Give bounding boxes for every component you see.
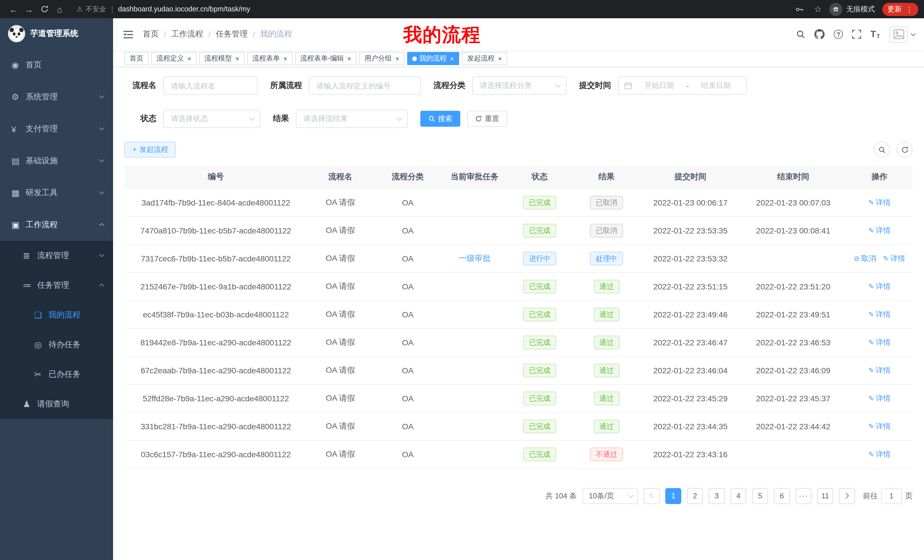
search-icon[interactable]	[796, 30, 805, 39]
filter-row-1: 流程名 所属流程 流程分类 请选择流程分类	[124, 76, 913, 95]
fullscreen-icon[interactable]	[852, 30, 861, 39]
detail-link[interactable]: ✎详情	[868, 449, 891, 459]
sidebar-item-system[interactable]: ⚙系统管理	[0, 81, 113, 113]
page-button[interactable]: 3	[709, 488, 725, 504]
tab-close-icon[interactable]: ×	[498, 55, 502, 62]
toggle-search-button[interactable]	[874, 142, 890, 157]
update-button[interactable]: 更新 ⋮	[882, 3, 918, 16]
goto-page-input[interactable]	[881, 488, 902, 504]
process-id-input[interactable]	[309, 76, 421, 95]
process-id-cell: 03c6c157-7b9a-11ec-a290-acde48001122	[124, 440, 307, 468]
tab-6[interactable]: 我的流程×	[407, 52, 459, 65]
edit-icon: ✎	[868, 310, 874, 318]
sidebar-toggle-icon[interactable]	[123, 30, 133, 39]
refresh-table-button[interactable]	[897, 142, 913, 157]
column-header: 流程分类	[374, 166, 442, 189]
page-button[interactable]: 4	[730, 488, 746, 504]
tab-3[interactable]: 流程表单×	[247, 52, 292, 65]
sidebar-item-home[interactable]: ◉首页	[0, 49, 113, 81]
tab-close-icon[interactable]: ×	[283, 55, 287, 62]
font-size-icon[interactable]: TT	[870, 29, 880, 39]
forward-button[interactable]: →	[21, 1, 36, 17]
breadcrumb-item[interactable]: 任务管理	[216, 29, 248, 39]
security-chip[interactable]: ⚠ 不安全	[76, 4, 106, 14]
action-label: 详情	[890, 253, 905, 264]
github-icon[interactable]	[814, 29, 825, 39]
process-name-input[interactable]	[164, 76, 258, 95]
result-cell: 通过	[572, 384, 641, 412]
tab-1[interactable]: 流程定义×	[152, 52, 196, 65]
sidebar-item-process-mgmt[interactable]: ≣流程管理	[0, 241, 113, 271]
detail-link[interactable]: ✎详情	[868, 281, 891, 291]
sidebar-item-leave-query[interactable]: ♟请假查询	[0, 389, 113, 419]
sidebar-item-my-process[interactable]: ❑我的流程	[0, 300, 113, 330]
sidebar-item-workflow[interactable]: ▣工作流程	[0, 209, 113, 241]
reset-button[interactable]: 重置	[467, 111, 507, 127]
page-button[interactable]: 11	[817, 488, 833, 504]
detail-link[interactable]: ✎详情	[868, 421, 891, 431]
sidebar-item-task-mgmt[interactable]: ≔任务管理	[0, 271, 113, 300]
current-task-link[interactable]: 一级审批	[459, 253, 490, 262]
cancel-link[interactable]: ⊘取消	[854, 253, 876, 264]
end-date-placeholder: 结束日期	[691, 81, 741, 91]
edit-icon: ✎	[868, 282, 874, 290]
submit-time-range-picker[interactable]: 开始日期 - 结束日期	[618, 76, 747, 95]
tab-close-icon[interactable]: ×	[188, 55, 191, 62]
tab-close-icon[interactable]: ×	[395, 55, 399, 62]
back-button[interactable]: ←	[6, 1, 21, 17]
result-select[interactable]: 请选择流结果	[296, 109, 408, 128]
status-select[interactable]: 请选择状态	[164, 109, 260, 128]
create-process-button[interactable]: + 发起流程	[124, 142, 176, 157]
next-page-button[interactable]	[839, 488, 855, 504]
home-button[interactable]: ⌂	[52, 1, 68, 17]
help-icon[interactable]: ?	[834, 30, 843, 39]
page-button[interactable]: 6	[774, 488, 790, 504]
chevron-up-icon	[99, 223, 104, 228]
breadcrumb-item[interactable]: 首页	[143, 29, 159, 39]
password-key-icon[interactable]	[791, 1, 807, 17]
sidebar-item-payment[interactable]: ¥支付管理	[0, 113, 113, 145]
tab-2[interactable]: 流程模型×	[199, 52, 244, 65]
submit-time-cell: 2022-01-22 23:49:46	[641, 300, 740, 328]
main-area: 首页/工作流程/任务管理/我的流程 ? TT	[113, 18, 924, 560]
category-select[interactable]: 请选择流程分类	[472, 76, 567, 95]
browser-menu-icon[interactable]: ⋮	[906, 5, 913, 13]
table-row: 7317cec6-7b9b-11ec-b5b7-acde48001122OA 请…	[124, 244, 913, 272]
reload-button[interactable]	[36, 1, 52, 17]
user-avatar[interactable]	[889, 26, 915, 42]
page-button[interactable]: 5	[752, 488, 768, 504]
tab-0[interactable]: 首页	[124, 52, 148, 65]
tab-close-icon[interactable]: ×	[450, 55, 454, 62]
sidebar-item-home-label: 首页	[26, 60, 42, 70]
sidebar-item-devtools-label: 研发工具	[26, 188, 58, 198]
address-bar[interactable]: ⚠ 不安全 dashboard.yudao.iocoder.cn/bpm/tas…	[76, 4, 791, 14]
sidebar-item-done-tasks[interactable]: ✂已办任务	[0, 359, 113, 389]
search-button[interactable]: 搜索	[420, 111, 460, 127]
detail-link[interactable]: ✎详情	[868, 309, 891, 319]
detail-link[interactable]: ✎详情	[868, 393, 891, 403]
tab-close-icon[interactable]: ×	[235, 55, 239, 62]
detail-link[interactable]: ✎详情	[868, 225, 891, 235]
detail-link[interactable]: ✎详情	[883, 253, 905, 264]
tab-close-icon[interactable]: ×	[347, 55, 351, 62]
breadcrumb-item[interactable]: 工作流程	[171, 29, 203, 39]
detail-link[interactable]: ✎详情	[868, 197, 891, 208]
status-badge: 已完成	[524, 363, 556, 377]
detail-link[interactable]: ✎详情	[868, 337, 891, 347]
result-cell: 通过	[572, 412, 641, 440]
end-time-cell: 2022-01-22 23:45:37	[740, 384, 846, 412]
tab-4[interactable]: 流程表单-编辑×	[295, 52, 356, 65]
sidebar-item-todo-tasks[interactable]: ◎待办任务	[0, 330, 113, 359]
prev-page-button[interactable]	[644, 488, 660, 504]
pager-more-button[interactable]: ···	[795, 488, 812, 504]
tab-7[interactable]: 发起流程×	[462, 52, 507, 65]
sidebar-item-infrastructure[interactable]: ▤基础设施	[0, 145, 113, 177]
bookmark-star-icon[interactable]: ☆	[814, 4, 822, 14]
page-button[interactable]: 2	[687, 488, 703, 504]
detail-link[interactable]: ✎详情	[868, 365, 891, 375]
process-name-cell: OA 请假	[307, 272, 374, 300]
page-size-select[interactable]: 10条/页	[582, 488, 638, 504]
page-button[interactable]: 1	[665, 488, 681, 504]
tab-5[interactable]: 用户分组×	[359, 52, 404, 65]
sidebar-item-devtools[interactable]: ▦研发工具	[0, 177, 113, 209]
